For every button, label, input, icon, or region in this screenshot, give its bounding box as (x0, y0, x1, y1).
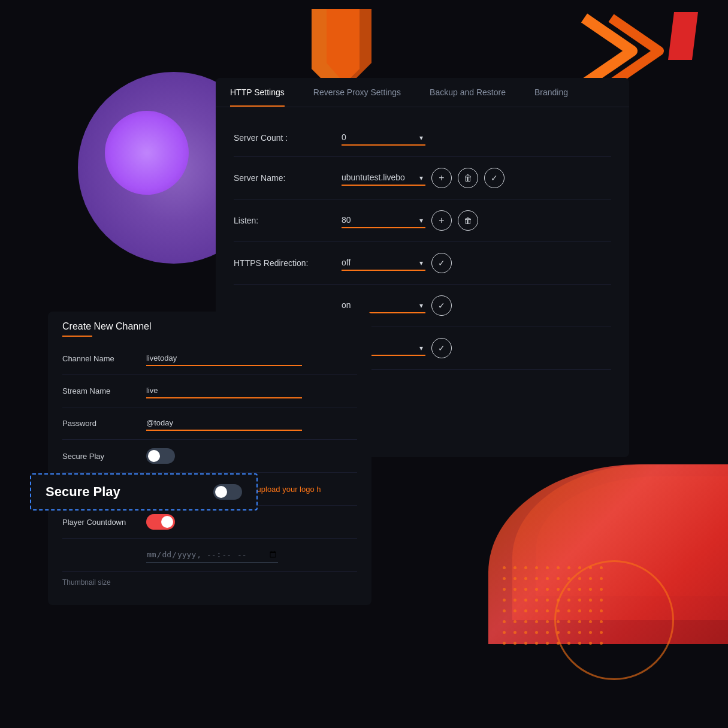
dot (546, 642, 549, 645)
server-name-check-button[interactable]: ✓ (484, 168, 505, 188)
dot (513, 588, 516, 591)
server-name-label: Server Name: (234, 173, 342, 183)
dot (557, 577, 560, 580)
password-row: Password (62, 407, 357, 440)
player-countdown-row: Player Countdown (62, 506, 357, 539)
dot (535, 609, 538, 612)
listen-label: Listen: (234, 216, 342, 225)
dot (503, 566, 506, 569)
dot (513, 620, 516, 623)
setting-row-6-check-button[interactable]: ✓ (431, 338, 452, 358)
https-redirection-label: HTTPS Redirection: (234, 258, 342, 268)
https-redirection-select[interactable]: off on (342, 255, 425, 271)
secure-play-highlight-thumb (215, 486, 227, 498)
dot (524, 599, 527, 602)
dot (546, 609, 549, 612)
player-countdown-toggle[interactable] (146, 514, 175, 530)
secure-play-highlight-label: Secure Play (46, 484, 120, 500)
https-redirection-select-wrapper: off on (342, 255, 425, 271)
date-input[interactable] (146, 547, 278, 563)
dot (546, 588, 549, 591)
server-count-row: Server Count : 0 1 2 (234, 119, 611, 157)
https-redirection-check-button[interactable]: ✓ (431, 253, 452, 273)
password-value (146, 416, 357, 431)
channel-name-label: Channel Name (62, 354, 146, 363)
setting-row-5-check-button[interactable]: ✓ (431, 295, 452, 316)
dot (524, 642, 527, 645)
dot (513, 631, 516, 634)
dot (513, 577, 516, 580)
dot (513, 642, 516, 645)
dot (535, 599, 538, 602)
blob-purple-small (105, 111, 189, 195)
tabs-bar: HTTP Settings Reverse Proxy Settings Bac… (216, 78, 629, 107)
create-channel-panel: Create New Channel Channel Name Stream N… (48, 312, 371, 605)
thumbnail-label: Thumbnail size (62, 572, 111, 587)
stream-name-row: Stream Name (62, 375, 357, 407)
https-redirection-row: HTTPS Redirection: off on ✓ (234, 242, 611, 285)
server-name-select-wrapper: ubuntutest.livebo (342, 170, 425, 186)
password-input[interactable] (146, 416, 302, 431)
dot (524, 577, 527, 580)
stream-name-value (146, 383, 357, 398)
dot (524, 631, 527, 634)
setting-row-6-controls: on off ✓ (342, 338, 611, 358)
tab-http[interactable]: HTTP Settings (216, 78, 299, 107)
listen-add-button[interactable]: + (431, 210, 452, 231)
dot (503, 609, 506, 612)
server-count-label: Server Count : (234, 133, 342, 143)
secure-play-label: Secure Play (62, 452, 146, 461)
server-name-add-button[interactable]: + (431, 168, 452, 188)
dot (535, 642, 538, 645)
dot (535, 620, 538, 623)
setting-row-5-controls: on off ✓ (342, 295, 611, 316)
dot (503, 588, 506, 591)
listen-delete-button[interactable]: 🗑 (458, 210, 478, 231)
dot (535, 588, 538, 591)
dot (535, 631, 538, 634)
dot (557, 588, 560, 591)
secure-play-toggle-container (146, 448, 357, 464)
dot (546, 577, 549, 580)
channel-name-input[interactable] (146, 351, 302, 366)
tab-branding[interactable]: Branding (520, 78, 582, 107)
dot (567, 566, 570, 569)
dot (535, 577, 538, 580)
player-countdown-value (146, 514, 357, 530)
dot (513, 609, 516, 612)
secure-play-highlight-toggle[interactable] (213, 484, 242, 500)
listen-controls: 80 443 8080 + 🗑 (342, 210, 611, 231)
listen-select[interactable]: 80 443 8080 (342, 213, 425, 228)
tab-backup[interactable]: Backup and Restore (415, 78, 520, 107)
dot (546, 566, 549, 569)
dot (535, 566, 538, 569)
server-count-controls: 0 1 2 (342, 130, 611, 146)
dot (524, 566, 527, 569)
server-count-select-wrapper: 0 1 2 (342, 130, 425, 146)
channel-content: Channel Name Stream Name Password Secure… (48, 337, 371, 593)
dot (524, 588, 527, 591)
server-name-select[interactable]: ubuntutest.livebo (342, 170, 425, 186)
stream-name-input[interactable] (146, 383, 302, 398)
secure-play-highlight-box: Secure Play (30, 473, 258, 510)
server-name-row: Server Name: ubuntutest.livebo + 🗑 ✓ (234, 157, 611, 200)
dot (557, 566, 560, 569)
server-count-select[interactable]: 0 1 2 (342, 130, 425, 146)
dot (503, 620, 506, 623)
channel-panel-title: Create New Channel (62, 321, 152, 331)
thumbnail-row: Thumbnail size (62, 572, 357, 587)
secure-play-row: Secure Play (62, 440, 357, 473)
channel-name-value (146, 351, 357, 366)
tab-proxy[interactable]: Reverse Proxy Settings (299, 78, 415, 107)
player-countdown-label: Player Countdown (62, 518, 146, 527)
dot (503, 642, 506, 645)
stream-name-label: Stream Name (62, 386, 146, 395)
circle-outline-decoration (554, 560, 674, 680)
listen-row: Listen: 80 443 8080 + 🗑 (234, 200, 611, 242)
server-name-controls: ubuntutest.livebo + 🗑 ✓ (342, 168, 611, 188)
listen-select-wrapper: 80 443 8080 (342, 213, 425, 228)
secure-play-toggle[interactable] (146, 448, 175, 464)
dot (513, 599, 516, 602)
server-name-delete-button[interactable]: 🗑 (458, 168, 478, 188)
dot (524, 609, 527, 612)
